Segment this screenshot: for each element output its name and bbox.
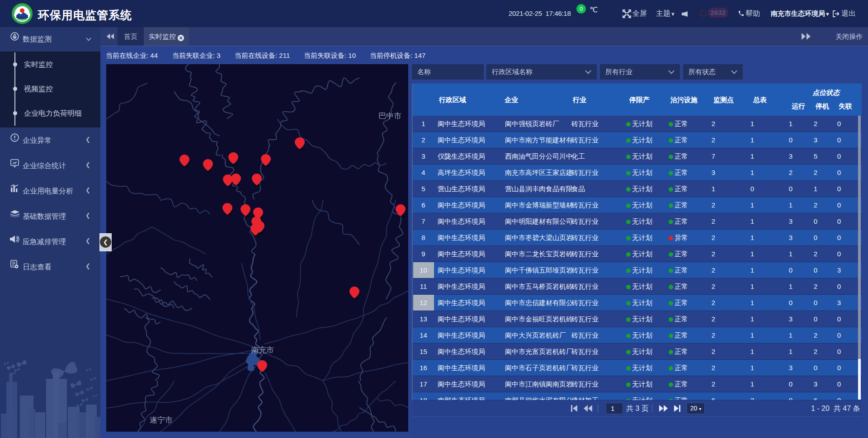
svg-text:巴中市: 巴中市: [378, 112, 401, 120]
svg-text:遂宁市: 遂宁市: [150, 416, 173, 424]
svg-text:南充市: 南充市: [251, 346, 274, 354]
